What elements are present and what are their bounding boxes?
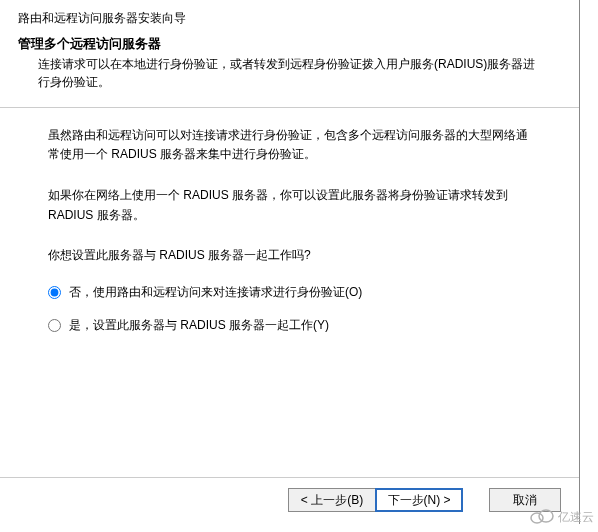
- svg-point-1: [539, 510, 553, 522]
- wizard-button-bar: < 上一步(B) 下一步(N) > 取消: [0, 477, 579, 512]
- next-button[interactable]: 下一步(N) >: [375, 488, 463, 512]
- watermark-text: 亿速云: [558, 509, 594, 526]
- page-heading: 管理多个远程访问服务器: [18, 35, 561, 53]
- content-section: 虽然路由和远程访问可以对连接请求进行身份验证，包含多个远程访问服务器的大型网络通…: [0, 108, 579, 334]
- radius-radio-group: 否，使用路由和远程访问来对连接请求进行身份验证(O) 是，设置此服务器与 RAD…: [48, 284, 531, 334]
- radio-input-yes[interactable]: [48, 319, 61, 332]
- page-subtext: 连接请求可以在本地进行身份验证，或者转发到远程身份验证拨入用户服务(RADIUS…: [38, 55, 561, 91]
- radio-label-no: 否，使用路由和远程访问来对连接请求进行身份验证(O): [69, 284, 362, 301]
- info-paragraph-1: 虽然路由和远程访问可以对连接请求进行身份验证，包含多个远程访问服务器的大型网络通…: [48, 126, 531, 164]
- radio-option-no[interactable]: 否，使用路由和远程访问来对连接请求进行身份验证(O): [48, 284, 531, 301]
- watermark: 亿速云: [528, 507, 594, 528]
- radio-option-yes[interactable]: 是，设置此服务器与 RADIUS 服务器一起工作(Y): [48, 317, 531, 334]
- cloud-icon: [528, 507, 556, 528]
- wizard-header: 路由和远程访问服务器安装向导 管理多个远程访问服务器 连接请求可以在本地进行身份…: [0, 0, 579, 99]
- radio-label-yes: 是，设置此服务器与 RADIUS 服务器一起工作(Y): [69, 317, 329, 334]
- back-button[interactable]: < 上一步(B): [288, 488, 376, 512]
- wizard-title: 路由和远程访问服务器安装向导: [18, 10, 561, 27]
- wizard-window: 路由和远程访问服务器安装向导 管理多个远程访问服务器 连接请求可以在本地进行身份…: [0, 0, 580, 524]
- info-paragraph-2: 如果你在网络上使用一个 RADIUS 服务器，你可以设置此服务器将身份验证请求转…: [48, 186, 531, 224]
- svg-point-0: [531, 513, 543, 523]
- radio-input-no[interactable]: [48, 286, 61, 299]
- question-text: 你想设置此服务器与 RADIUS 服务器一起工作吗?: [48, 247, 531, 264]
